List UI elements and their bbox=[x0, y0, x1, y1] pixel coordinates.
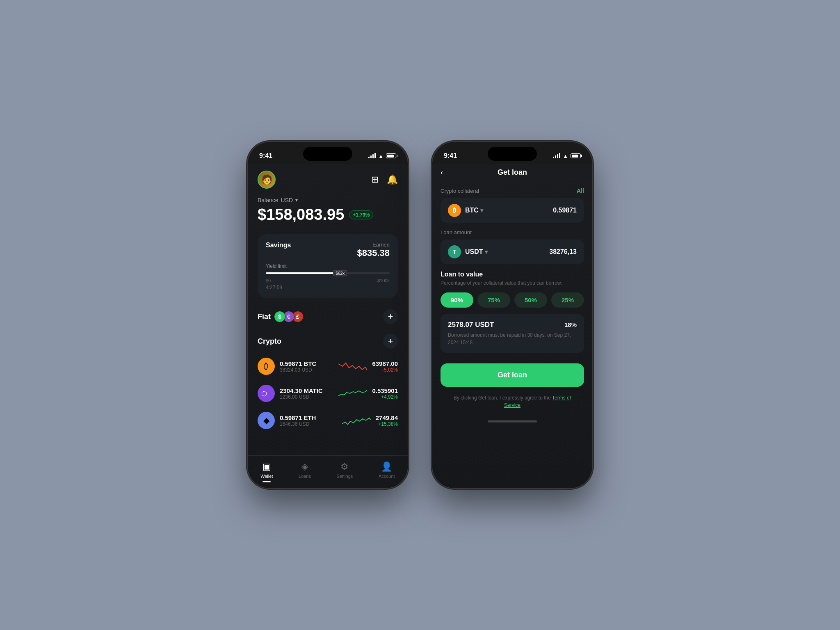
header-icons: ⊞ 🔔 bbox=[371, 174, 398, 185]
svg-text:⬡: ⬡ bbox=[261, 390, 267, 397]
fiat-title: Fiat bbox=[258, 313, 271, 321]
home-indicator bbox=[488, 420, 537, 422]
tab-settings[interactable]: ⚙ Settings bbox=[337, 461, 353, 479]
status-icons-right: ▲ bbox=[553, 153, 581, 159]
matic-amount: 2304.30 MATIC bbox=[280, 387, 333, 394]
loan-amount-value: 38276,13 bbox=[549, 248, 577, 256]
btc-amount: 0.59871 BTC bbox=[280, 360, 333, 367]
loan-amount-box[interactable]: T USDT ▾ 38276,13 bbox=[441, 240, 584, 264]
fiat-coin-usd: $ bbox=[274, 311, 285, 322]
qr-icon[interactable]: ⊞ bbox=[371, 174, 379, 185]
nav-title: Get loan bbox=[498, 168, 527, 177]
avatar[interactable]: 🧑 bbox=[258, 171, 276, 189]
account-icon: 👤 bbox=[381, 461, 392, 472]
matic-price: 0.535901 bbox=[372, 387, 398, 394]
btc-usd: 38324.03 USD bbox=[280, 367, 333, 373]
collateral-box[interactable]: ₿ BTC ▾ 0.59871 bbox=[441, 198, 584, 223]
ltv-btn-25[interactable]: 25% bbox=[551, 292, 584, 308]
slider-thumb: $62k bbox=[333, 270, 347, 276]
btc-collateral-value: 0.59871 bbox=[553, 207, 577, 214]
tab-account[interactable]: 👤 Account bbox=[379, 461, 395, 479]
ltv-buttons: 90% 75% 50% 25% bbox=[441, 292, 584, 308]
eth-icon: ◆ bbox=[258, 412, 275, 429]
summary-box: 2578.07 USDT 18% Borrowed amount must be… bbox=[441, 314, 584, 353]
right-screen: ‹ Get loan Crypto collateral All ₿ BTC ▾ bbox=[432, 164, 592, 488]
wifi-icon-right: ▲ bbox=[563, 153, 568, 159]
btc-price: 63987.00 bbox=[372, 360, 398, 367]
left-screen: 🧑 ⊞ 🔔 Balance USD ▾ $158,083.95 +1.79% bbox=[248, 164, 408, 488]
nav-bar: ‹ Get loan bbox=[432, 164, 592, 181]
usdt-icon: T bbox=[448, 245, 461, 258]
usdt-loan-name: USDT ▾ bbox=[465, 248, 488, 256]
battery-icon bbox=[386, 153, 396, 158]
wallet-icon: ▣ bbox=[262, 461, 271, 472]
btc-chart bbox=[338, 359, 367, 374]
fiat-section-row: Fiat $ € £ + bbox=[258, 304, 398, 328]
back-button[interactable]: ‹ bbox=[441, 168, 443, 177]
get-loan-button[interactable]: Get loan bbox=[441, 363, 584, 387]
eth-price: 2749.84 bbox=[376, 414, 398, 421]
earned-amount: $835.38 bbox=[357, 248, 390, 258]
settings-label: Settings bbox=[337, 474, 353, 479]
loan-content: Crypto collateral All ₿ BTC ▾ 0.59871 Lo… bbox=[432, 181, 592, 484]
balance-label: Balance USD ▾ bbox=[258, 197, 398, 203]
crypto-item-btc[interactable]: ₿ 0.59871 BTC 38324.03 USD 63987.00 -5,0… bbox=[258, 353, 398, 380]
settings-icon: ⚙ bbox=[340, 461, 349, 472]
slider-max: $100k bbox=[377, 278, 390, 283]
wifi-icon: ▲ bbox=[378, 153, 383, 159]
tab-loans[interactable]: ◈ Loans bbox=[299, 461, 311, 479]
phones-container: 9:41 ▲ 🧑 bbox=[248, 142, 592, 488]
tab-wallet[interactable]: ▣ Wallet bbox=[260, 461, 273, 482]
crypto-item-eth[interactable]: ◆ 0.59871 ETH 1646.36 USD 2749.84 +15,38… bbox=[258, 407, 398, 434]
balance-amount: $158,083.95 +1.79% bbox=[258, 206, 398, 224]
dynamic-island-left bbox=[303, 147, 352, 161]
crypto-title: Crypto bbox=[258, 337, 281, 346]
battery-icon-right bbox=[571, 153, 581, 158]
matic-icon: ⬡ bbox=[258, 385, 275, 402]
status-time-right: 9:41 bbox=[444, 152, 457, 160]
signal-icon-right bbox=[553, 153, 560, 158]
matic-usd: 1236.00 USD bbox=[280, 394, 333, 400]
phone-left: 9:41 ▲ 🧑 bbox=[248, 142, 408, 488]
eth-usd: 1646.36 USD bbox=[280, 421, 337, 427]
btc-collateral-icon: ₿ bbox=[448, 204, 461, 217]
yield-slider[interactable]: $62k bbox=[266, 272, 390, 274]
status-time-left: 9:41 bbox=[259, 152, 272, 160]
btc-change: -5,02% bbox=[372, 367, 398, 373]
btc-icon: ₿ bbox=[258, 358, 275, 375]
signal-icon bbox=[368, 153, 376, 158]
collateral-label: Crypto collateral bbox=[441, 188, 479, 194]
ltv-btn-50[interactable]: 50% bbox=[514, 292, 547, 308]
add-fiat-button[interactable]: + bbox=[383, 309, 398, 324]
slider-min: $0 bbox=[266, 278, 271, 283]
eth-change: +15,38% bbox=[376, 421, 398, 427]
account-label: Account bbox=[379, 474, 395, 479]
loans-label: Loans bbox=[299, 474, 311, 479]
ltv-title: Loan to value bbox=[441, 271, 584, 278]
yield-label: Yield limit bbox=[266, 263, 390, 269]
btc-collateral-name: BTC ▾ bbox=[465, 207, 483, 214]
savings-title: Savings bbox=[266, 242, 291, 249]
loan-amount-label: Loan amount bbox=[441, 229, 584, 235]
balance-change-badge: +1.79% bbox=[349, 210, 373, 219]
wallet-label: Wallet bbox=[260, 474, 273, 479]
ltv-btn-75[interactable]: 75% bbox=[477, 292, 510, 308]
header-row: 🧑 ⊞ 🔔 bbox=[258, 164, 398, 194]
summary-rate: 18% bbox=[564, 321, 577, 328]
crypto-section-row: Crypto + bbox=[258, 328, 398, 353]
savings-card: Savings Earned $835.38 Yield limit $62k … bbox=[258, 234, 398, 298]
summary-desc: Borrowed amount must be repaid in 30 day… bbox=[448, 331, 577, 346]
ltv-section: Loan to value Percentage of your collate… bbox=[441, 271, 584, 308]
status-icons-left: ▲ bbox=[368, 153, 396, 159]
dynamic-island-right bbox=[488, 147, 537, 161]
notification-icon[interactable]: 🔔 bbox=[387, 174, 398, 185]
ltv-btn-90[interactable]: 90% bbox=[441, 292, 473, 308]
eth-amount: 0.59871 ETH bbox=[280, 414, 337, 421]
earned-label: Earned bbox=[357, 242, 390, 248]
all-link[interactable]: All bbox=[577, 187, 584, 194]
phone-right: 9:41 ▲ ‹ Get loan bbox=[432, 142, 592, 488]
matic-chart bbox=[338, 386, 367, 401]
matic-change: +4,92% bbox=[372, 394, 398, 400]
crypto-item-matic[interactable]: ⬡ 2304.30 MATIC 1236.00 USD 0.535901 +4,… bbox=[258, 380, 398, 407]
add-crypto-button[interactable]: + bbox=[383, 334, 398, 349]
